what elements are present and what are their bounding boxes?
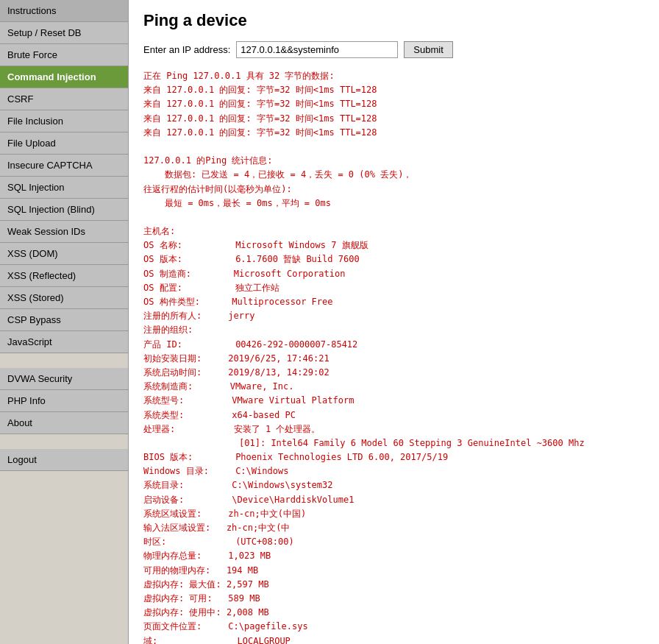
output-area: 正在 Ping 127.0.0.1 具有 32 字节的数据: 来自 127.0.… (143, 69, 644, 644)
sidebar-gap (0, 353, 128, 368)
sidebar-item-xss-reflected[interactable]: XSS (Reflected) (0, 265, 128, 287)
sidebar: InstructionsSetup / Reset DBBrute ForceC… (0, 0, 129, 644)
sidebar-item-brute-force[interactable]: Brute Force (0, 44, 128, 66)
sidebar-item-csp-bypass[interactable]: CSP Bypass (0, 309, 128, 331)
sidebar-item-xss-stored[interactable]: XSS (Stored) (0, 287, 128, 309)
sidebar-item-logout[interactable]: Logout (0, 449, 128, 471)
sidebar-item-insecure-captcha[interactable]: Insecure CAPTCHA (0, 155, 128, 177)
sidebar-item-csrf[interactable]: CSRF (0, 88, 128, 110)
sidebar-item-instructions[interactable]: Instructions (0, 0, 128, 22)
sidebar-item-javascript[interactable]: JavaScript (0, 331, 128, 353)
sidebar-item-about[interactable]: About (0, 412, 128, 434)
ip-input[interactable] (236, 41, 398, 58)
sidebar-item-dvwa-security[interactable]: DVWA Security (0, 368, 128, 390)
sidebar-item-weak-session-ids[interactable]: Weak Session IDs (0, 221, 128, 243)
ip-row: Enter an IP address: Submit (143, 41, 644, 58)
page-title: Ping a device (143, 11, 644, 30)
sidebar-item-file-inclusion[interactable]: File Inclusion (0, 110, 128, 132)
sidebar-item-setup[interactable]: Setup / Reset DB (0, 22, 128, 44)
sidebar-item-sql-injection[interactable]: SQL Injection (0, 177, 128, 199)
sidebar-gap2 (0, 434, 128, 449)
sidebar-item-sql-injection-blind[interactable]: SQL Injection (Blind) (0, 199, 128, 221)
ip-label: Enter an IP address: (143, 44, 230, 55)
main-content: Ping a device Enter an IP address: Submi… (129, 0, 659, 644)
sidebar-item-command-injection[interactable]: Command Injection (0, 66, 128, 88)
sidebar-item-file-upload[interactable]: File Upload (0, 132, 128, 155)
sidebar-item-xss-dom[interactable]: XSS (DOM) (0, 243, 128, 265)
sidebar-item-php-info[interactable]: PHP Info (0, 390, 128, 412)
submit-button[interactable]: Submit (404, 41, 452, 58)
